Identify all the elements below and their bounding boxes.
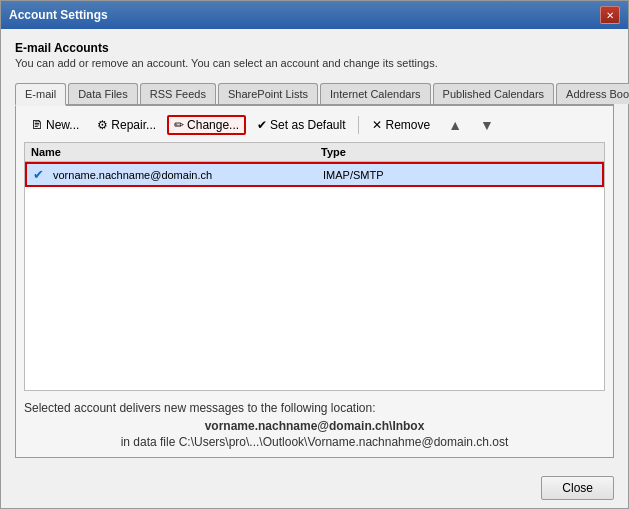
- window-title: Account Settings: [9, 8, 108, 22]
- toolbar: 🖹 New... ⚙ Repair... ✏ Change... ✔ Set a…: [24, 114, 605, 136]
- tab-email[interactable]: E-mail: [15, 83, 66, 106]
- tab-addressbooks[interactable]: Address Books: [556, 83, 629, 104]
- remove-label: Remove: [385, 118, 430, 132]
- data-file-path: in data file C:\Users\pro\...\Outlook\Vo…: [24, 435, 605, 449]
- window-body: E-mail Accounts You can add or remove an…: [1, 29, 628, 468]
- table-row[interactable]: ✔ vorname.nachname@domain.ch IMAP/SMTP: [25, 162, 604, 187]
- repair-label: Repair...: [111, 118, 156, 132]
- inbox-path: vorname.nachname@domain.ch\Inbox: [24, 419, 605, 433]
- table-body: ✔ vorname.nachname@domain.ch IMAP/SMTP: [25, 162, 604, 390]
- remove-icon: ✕: [372, 118, 382, 132]
- down-arrow-icon: ▼: [480, 117, 494, 133]
- tab-internetcalendars[interactable]: Internet Calendars: [320, 83, 431, 104]
- remove-button[interactable]: ✕ Remove: [365, 115, 437, 135]
- title-bar: Account Settings ✕: [1, 1, 628, 29]
- move-down-button[interactable]: ▼: [473, 114, 501, 136]
- section-header: E-mail Accounts You can add or remove an…: [15, 41, 614, 69]
- section-desc: You can add or remove an account. You ca…: [15, 57, 614, 69]
- tabs-container: E-mail Data Files RSS Feeds SharePoint L…: [15, 83, 614, 458]
- tab-publishedcalendars[interactable]: Published Calendars: [433, 83, 555, 104]
- accounts-table: Name Type ✔ vorname.nachname@domain.ch I…: [24, 142, 605, 391]
- col-name-header: Name: [31, 146, 321, 158]
- repair-button[interactable]: ⚙ Repair...: [90, 115, 163, 135]
- close-button[interactable]: Close: [541, 476, 614, 500]
- toolbar-separator: [358, 116, 359, 134]
- close-window-button[interactable]: ✕: [600, 6, 620, 24]
- set-default-label: Set as Default: [270, 118, 345, 132]
- row-check-icon: ✔: [33, 167, 49, 182]
- new-label: New...: [46, 118, 79, 132]
- change-label: Change...: [187, 118, 239, 132]
- new-icon: 🖹: [31, 118, 43, 132]
- footer-text: Selected account delivers new messages t…: [24, 401, 605, 415]
- dialog-footer: Close: [1, 468, 628, 508]
- title-bar-controls: ✕: [600, 6, 620, 24]
- footer-info: Selected account delivers new messages t…: [24, 401, 605, 449]
- move-up-button[interactable]: ▲: [441, 114, 469, 136]
- change-button[interactable]: ✏ Change...: [167, 115, 246, 135]
- col-type-header: Type: [321, 146, 346, 158]
- section-title: E-mail Accounts: [15, 41, 614, 55]
- repair-icon: ⚙: [97, 118, 108, 132]
- table-header: Name Type: [25, 143, 604, 162]
- account-settings-window: Account Settings ✕ E-mail Accounts You c…: [0, 0, 629, 509]
- tab-content: 🖹 New... ⚙ Repair... ✏ Change... ✔ Set a…: [15, 106, 614, 458]
- tabs: E-mail Data Files RSS Feeds SharePoint L…: [15, 83, 614, 106]
- account-type: IMAP/SMTP: [323, 169, 384, 181]
- change-icon: ✏: [174, 118, 184, 132]
- set-default-button[interactable]: ✔ Set as Default: [250, 115, 352, 135]
- account-name: vorname.nachname@domain.ch: [53, 169, 323, 181]
- up-arrow-icon: ▲: [448, 117, 462, 133]
- tab-rssfeeds[interactable]: RSS Feeds: [140, 83, 216, 104]
- tab-datafiles[interactable]: Data Files: [68, 83, 138, 104]
- tab-sharepointlists[interactable]: SharePoint Lists: [218, 83, 318, 104]
- check-icon: ✔: [257, 118, 267, 132]
- new-button[interactable]: 🖹 New...: [24, 115, 86, 135]
